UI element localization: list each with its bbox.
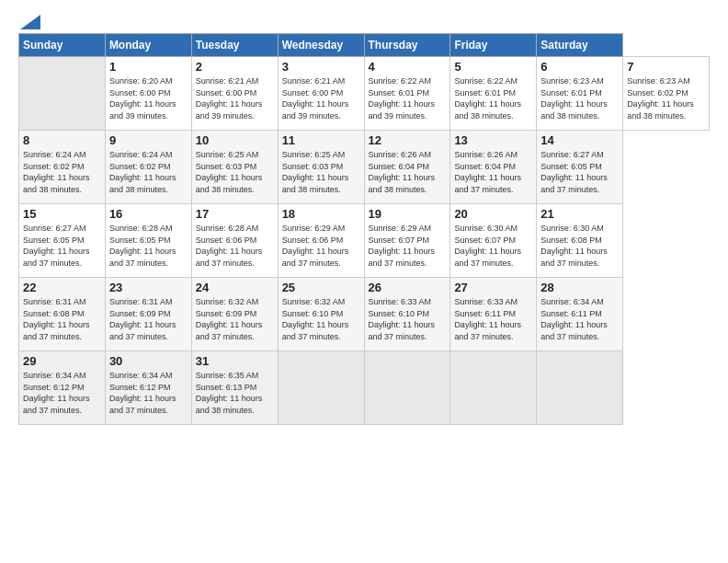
day-info: Sunrise: 6:21 AM Sunset: 6:00 PM Dayligh… xyxy=(282,75,360,121)
day-number: 16 xyxy=(109,207,188,221)
day-number: 23 xyxy=(109,281,188,294)
day-info: Sunrise: 6:29 AM Sunset: 6:06 PM Dayligh… xyxy=(282,223,360,269)
day-info: Sunrise: 6:26 AM Sunset: 6:04 PM Dayligh… xyxy=(369,149,447,195)
calendar-day-cell: 25Sunrise: 6:32 AM Sunset: 6:10 PM Dayli… xyxy=(278,278,364,351)
day-info: Sunrise: 6:33 AM Sunset: 6:10 PM Dayligh… xyxy=(369,296,447,342)
logo xyxy=(18,18,40,24)
calendar-day-cell: 12Sunrise: 6:26 AM Sunset: 6:04 PM Dayli… xyxy=(364,131,450,204)
calendar-day-cell: 14Sunrise: 6:27 AM Sunset: 6:05 PM Dayli… xyxy=(537,131,623,204)
calendar-week-row: 8Sunrise: 6:24 AM Sunset: 6:02 PM Daylig… xyxy=(19,131,710,204)
calendar-day-header: Monday xyxy=(105,34,191,57)
day-info: Sunrise: 6:30 AM Sunset: 6:08 PM Dayligh… xyxy=(540,223,619,269)
day-number: 29 xyxy=(23,354,101,368)
day-number: 22 xyxy=(23,281,101,294)
calendar-day-header: Thursday xyxy=(364,34,450,57)
calendar-day-cell: 17Sunrise: 6:28 AM Sunset: 6:06 PM Dayli… xyxy=(191,204,278,278)
calendar-day-cell: 18Sunrise: 6:29 AM Sunset: 6:06 PM Dayli… xyxy=(278,204,364,278)
day-info: Sunrise: 6:23 AM Sunset: 6:01 PM Dayligh… xyxy=(540,75,619,121)
day-number: 10 xyxy=(196,133,274,147)
day-info: Sunrise: 6:31 AM Sunset: 6:09 PM Dayligh… xyxy=(109,296,188,342)
day-info: Sunrise: 6:24 AM Sunset: 6:02 PM Dayligh… xyxy=(23,149,101,195)
calendar-day-cell: 7Sunrise: 6:23 AM Sunset: 6:02 PM Daylig… xyxy=(623,57,710,131)
logo-arrow-icon xyxy=(20,15,40,29)
day-info: Sunrise: 6:29 AM Sunset: 6:07 PM Dayligh… xyxy=(369,223,447,269)
calendar-day-cell: 27Sunrise: 6:33 AM Sunset: 6:11 PM Dayli… xyxy=(450,278,537,351)
day-info: Sunrise: 6:25 AM Sunset: 6:03 PM Dayligh… xyxy=(196,149,274,195)
day-number: 28 xyxy=(540,281,619,294)
calendar-day-cell: 4Sunrise: 6:22 AM Sunset: 6:01 PM Daylig… xyxy=(364,57,450,131)
day-number: 19 xyxy=(369,207,447,221)
day-info: Sunrise: 6:30 AM Sunset: 6:07 PM Dayligh… xyxy=(454,223,532,269)
day-number: 3 xyxy=(282,60,360,74)
day-info: Sunrise: 6:34 AM Sunset: 6:12 PM Dayligh… xyxy=(109,370,188,416)
calendar-day-cell: 9Sunrise: 6:24 AM Sunset: 6:02 PM Daylig… xyxy=(105,131,191,204)
calendar-day-cell: 21Sunrise: 6:30 AM Sunset: 6:08 PM Dayli… xyxy=(537,204,623,278)
day-number: 6 xyxy=(540,60,619,74)
day-number: 21 xyxy=(540,207,619,221)
calendar-day-cell: 10Sunrise: 6:25 AM Sunset: 6:03 PM Dayli… xyxy=(191,131,278,204)
calendar-day-header: Friday xyxy=(450,34,537,57)
day-info: Sunrise: 6:25 AM Sunset: 6:03 PM Dayligh… xyxy=(282,149,360,195)
day-number: 4 xyxy=(369,60,447,74)
calendar-day-cell: 1Sunrise: 6:20 AM Sunset: 6:00 PM Daylig… xyxy=(105,57,191,131)
day-number: 15 xyxy=(23,207,101,221)
day-info: Sunrise: 6:28 AM Sunset: 6:06 PM Dayligh… xyxy=(196,223,274,269)
calendar-day-cell: 23Sunrise: 6:31 AM Sunset: 6:09 PM Dayli… xyxy=(105,278,191,351)
svg-marker-0 xyxy=(20,15,40,29)
day-info: Sunrise: 6:24 AM Sunset: 6:02 PM Dayligh… xyxy=(109,149,188,195)
calendar-day-header: Sunday xyxy=(19,34,106,57)
day-number: 25 xyxy=(282,281,360,294)
day-number: 27 xyxy=(454,281,532,294)
calendar-day-cell xyxy=(450,351,537,425)
day-number: 2 xyxy=(196,60,274,74)
calendar-day-cell: 28Sunrise: 6:34 AM Sunset: 6:11 PM Dayli… xyxy=(537,278,623,351)
day-number: 5 xyxy=(454,60,532,74)
day-number: 26 xyxy=(369,281,447,294)
calendar-day-cell: 26Sunrise: 6:33 AM Sunset: 6:10 PM Dayli… xyxy=(364,278,450,351)
calendar-day-cell: 29Sunrise: 6:34 AM Sunset: 6:12 PM Dayli… xyxy=(19,351,106,425)
day-info: Sunrise: 6:27 AM Sunset: 6:05 PM Dayligh… xyxy=(540,149,619,195)
calendar-week-row: 22Sunrise: 6:31 AM Sunset: 6:08 PM Dayli… xyxy=(19,278,710,351)
day-number: 8 xyxy=(23,133,101,147)
day-number: 17 xyxy=(196,207,274,221)
day-info: Sunrise: 6:34 AM Sunset: 6:11 PM Dayligh… xyxy=(540,296,619,342)
calendar-day-header: Saturday xyxy=(537,34,623,57)
calendar-table: SundayMondayTuesdayWednesdayThursdayFrid… xyxy=(18,33,710,425)
calendar-day-cell: 31Sunrise: 6:35 AM Sunset: 6:13 PM Dayli… xyxy=(191,351,278,425)
day-number: 20 xyxy=(454,207,532,221)
calendar-day-cell: 15Sunrise: 6:27 AM Sunset: 6:05 PM Dayli… xyxy=(19,204,106,278)
calendar-day-cell xyxy=(364,351,450,425)
day-number: 30 xyxy=(109,354,188,368)
day-info: Sunrise: 6:32 AM Sunset: 6:10 PM Dayligh… xyxy=(282,296,360,342)
day-info: Sunrise: 6:23 AM Sunset: 6:02 PM Dayligh… xyxy=(627,75,705,121)
calendar-day-cell xyxy=(537,351,623,425)
calendar-day-cell: 16Sunrise: 6:28 AM Sunset: 6:05 PM Dayli… xyxy=(105,204,191,278)
calendar-day-cell: 2Sunrise: 6:21 AM Sunset: 6:00 PM Daylig… xyxy=(191,57,278,131)
calendar-day-cell xyxy=(19,57,106,131)
calendar-day-cell: 20Sunrise: 6:30 AM Sunset: 6:07 PM Dayli… xyxy=(450,204,537,278)
calendar-day-cell: 22Sunrise: 6:31 AM Sunset: 6:08 PM Dayli… xyxy=(19,278,106,351)
day-info: Sunrise: 6:31 AM Sunset: 6:08 PM Dayligh… xyxy=(23,296,101,342)
calendar-week-row: 29Sunrise: 6:34 AM Sunset: 6:12 PM Dayli… xyxy=(19,351,710,425)
calendar-day-cell: 6Sunrise: 6:23 AM Sunset: 6:01 PM Daylig… xyxy=(537,57,623,131)
calendar-day-cell: 13Sunrise: 6:26 AM Sunset: 6:04 PM Dayli… xyxy=(450,131,537,204)
calendar-day-cell: 11Sunrise: 6:25 AM Sunset: 6:03 PM Dayli… xyxy=(278,131,364,204)
day-info: Sunrise: 6:22 AM Sunset: 6:01 PM Dayligh… xyxy=(369,75,447,121)
day-number: 7 xyxy=(627,60,705,74)
calendar-page: SundayMondayTuesdayWednesdayThursdayFrid… xyxy=(0,0,728,563)
calendar-day-header: Tuesday xyxy=(191,34,278,57)
calendar-day-cell: 3Sunrise: 6:21 AM Sunset: 6:00 PM Daylig… xyxy=(278,57,364,131)
day-info: Sunrise: 6:32 AM Sunset: 6:09 PM Dayligh… xyxy=(196,296,274,342)
day-info: Sunrise: 6:35 AM Sunset: 6:13 PM Dayligh… xyxy=(196,370,274,416)
day-number: 1 xyxy=(109,60,188,74)
header xyxy=(18,18,710,24)
calendar-header-row: SundayMondayTuesdayWednesdayThursdayFrid… xyxy=(19,34,710,57)
day-number: 9 xyxy=(109,133,188,147)
calendar-week-row: 1Sunrise: 6:20 AM Sunset: 6:00 PM Daylig… xyxy=(19,57,710,131)
calendar-day-cell xyxy=(278,351,364,425)
day-number: 11 xyxy=(282,133,360,147)
day-info: Sunrise: 6:27 AM Sunset: 6:05 PM Dayligh… xyxy=(23,223,101,269)
day-number: 12 xyxy=(369,133,447,147)
day-number: 14 xyxy=(540,133,619,147)
day-info: Sunrise: 6:21 AM Sunset: 6:00 PM Dayligh… xyxy=(196,75,274,121)
